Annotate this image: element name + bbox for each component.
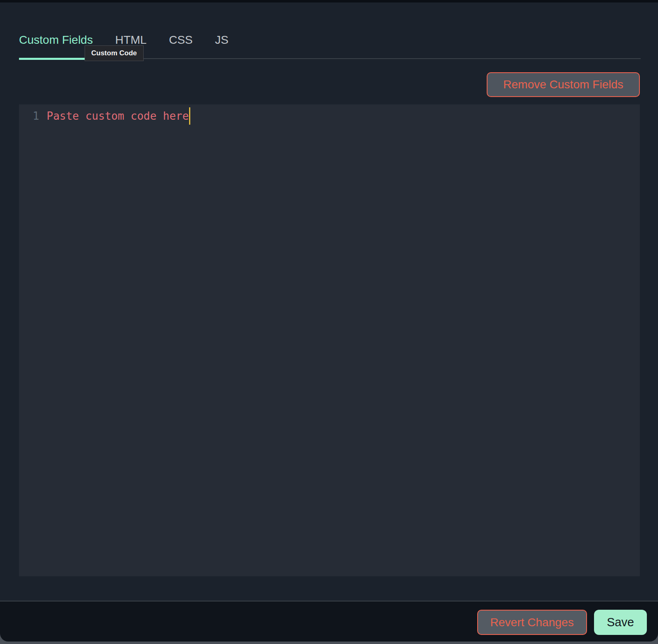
toolbar-row: Remove Custom Fields: [0, 72, 640, 97]
tab-custom-fields[interactable]: Custom Fields: [19, 33, 93, 60]
footer-bar: Revert Changes Save: [0, 601, 658, 642]
remove-custom-fields-button[interactable]: Remove Custom Fields: [487, 72, 640, 97]
code-line: 1 Paste custom code here: [19, 107, 640, 125]
code-editor[interactable]: 1 Paste custom code here: [19, 104, 640, 576]
save-button[interactable]: Save: [594, 610, 647, 635]
text-cursor-icon: [189, 107, 190, 125]
tooltip-custom-code: Custom Code: [85, 45, 144, 61]
line-number: 1: [19, 107, 39, 125]
tab-js[interactable]: JS: [215, 33, 229, 58]
revert-changes-button[interactable]: Revert Changes: [477, 610, 587, 635]
code-text: Paste custom code here: [47, 107, 189, 125]
tab-css[interactable]: CSS: [169, 33, 193, 58]
custom-code-panel: Custom Fields HTML CSS JS Custom Code Re…: [0, 2, 658, 601]
custom-code-modal: Custom Fields HTML CSS JS Custom Code Re…: [0, 2, 658, 642]
